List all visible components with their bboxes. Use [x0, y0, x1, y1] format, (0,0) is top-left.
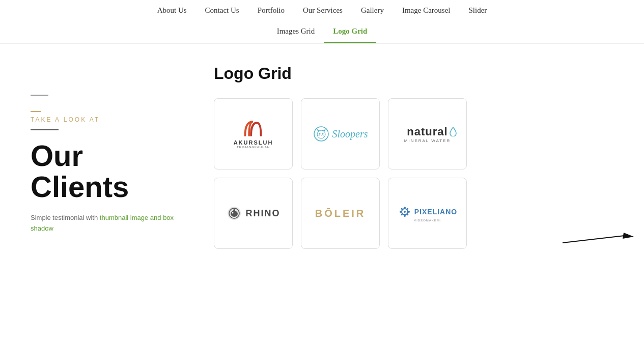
nav-row-1: About Us Contact Us Portfolio Our Servic… [10, 0, 634, 21]
pixeliano-row: PIXELIANO [398, 205, 457, 219]
subtitle-accent-line [31, 111, 41, 112]
svg-marker-25 [623, 233, 634, 239]
rhino-text: RHINO [246, 208, 281, 219]
take-a-look-label: TAKE A LOOK AT [31, 116, 183, 123]
svg-point-17 [404, 215, 406, 217]
svg-point-6 [321, 135, 322, 135]
pixeliano-icon [398, 205, 412, 219]
logo-pixeliano: PIXELIANO VIDEOMAKERI [398, 205, 457, 222]
divider-line [31, 129, 59, 130]
svg-point-20 [401, 208, 402, 210]
akursluh-icon [240, 120, 266, 137]
top-decorative-line [31, 95, 48, 96]
nav-logo-grid[interactable]: Logo Grid [324, 21, 376, 43]
sloopers-icon [313, 126, 329, 142]
nav-slider[interactable]: Slider [459, 0, 496, 21]
natural-mineral-text: MINERAL WATER [404, 138, 451, 143]
svg-point-23 [407, 208, 408, 210]
svg-point-11 [231, 211, 238, 217]
boleir-text: BŌLEIR [315, 208, 366, 219]
left-panel: TAKE A LOOK AT Our Clients Simple testim… [31, 64, 183, 249]
logo-akursluh: AKURSLUH TERJANGKAULAH [234, 120, 273, 149]
right-panel: Logo Grid AKURSLUH TERJANGKAULAH [214, 64, 613, 249]
svg-point-4 [319, 133, 320, 135]
natural-brand-text: natural [407, 125, 447, 138]
clients-heading: Our Clients [31, 140, 183, 203]
page-wrapper: About Us Contact Us Portfolio Our Servic… [0, 0, 644, 339]
logo-cell-rhino: RHINO [214, 178, 293, 249]
nav-our-services[interactable]: Our Services [294, 0, 352, 21]
svg-line-24 [563, 235, 629, 243]
nav-portfolio[interactable]: Portfolio [248, 0, 294, 21]
svg-point-15 [404, 211, 406, 213]
nav-about-us[interactable]: About Us [148, 0, 196, 21]
nav-row-2: Images Grid Logo Grid [10, 21, 634, 43]
nav-contact-us[interactable]: Contact Us [196, 0, 248, 21]
natural-text-wrap: natural [407, 125, 447, 138]
logo-cell-boleir: BŌLEIR [301, 178, 380, 249]
sloopers-text: Sloopers [332, 128, 368, 140]
page-content: TAKE A LOOK AT Our Clients Simple testim… [0, 44, 644, 269]
pixeliano-sub: VIDEOMAKERI [414, 219, 441, 222]
nav-images-grid[interactable]: Images Grid [268, 21, 324, 43]
svg-point-16 [404, 207, 406, 209]
svg-point-21 [407, 214, 408, 215]
pixeliano-brand-name: PIXELIANO [414, 208, 457, 216]
svg-point-19 [408, 211, 410, 213]
logo-grid-title: Logo Grid [214, 64, 613, 83]
logo-rhino: RHINO [227, 206, 281, 221]
logo-cell-akursluh: AKURSLUH TERJANGKAULAH [214, 98, 293, 170]
akursluh-sub-name: TERJANGKAULAH [237, 146, 270, 149]
clients-description: Simple testimonial with thumbnail image … [31, 213, 183, 234]
logo-cell-sloopers: Sloopers [301, 98, 380, 170]
water-drop-icon [449, 126, 457, 136]
logo-grid: AKURSLUH TERJANGKAULAH [214, 98, 613, 249]
akursluh-brand-name: AKURSLUH [234, 139, 273, 146]
arrow-area [563, 233, 634, 250]
nav-image-carousel[interactable]: Image Carousel [393, 0, 460, 21]
arrow-icon [563, 233, 634, 248]
logo-cell-pixeliano: PIXELIANO VIDEOMAKERI [388, 178, 467, 249]
rhino-icon [227, 206, 242, 221]
navigation: About Us Contact Us Portfolio Our Servic… [0, 0, 644, 44]
svg-point-5 [322, 133, 323, 135]
logo-sloopers: Sloopers [313, 126, 368, 142]
logo-cell-natural: natural MINERAL WATER [388, 98, 467, 170]
svg-point-13 [232, 212, 233, 214]
svg-point-22 [401, 214, 402, 215]
nav-gallery[interactable]: Gallery [352, 0, 393, 21]
logo-natural: natural MINERAL WATER [404, 125, 451, 143]
svg-point-18 [400, 211, 402, 213]
